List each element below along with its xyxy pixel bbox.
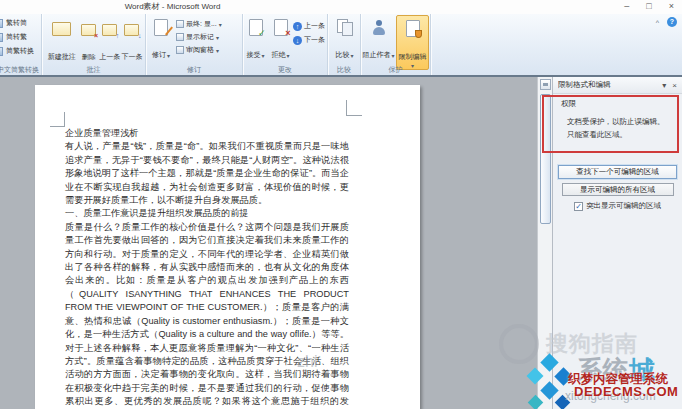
word-window: Word素材 - Microsoft Word – □ × 繁转简 简转繁 [0,0,682,409]
margin-crop-mark [346,100,347,116]
group-label: 修订 [146,65,242,75]
title-bar: Word素材 - Microsoft Word – □ × [0,0,682,14]
view-ruler-toggle-icon[interactable] [540,79,551,90]
new-comment-button[interactable]: 新建批注 [45,16,79,62]
group-label: 批注 [42,65,145,75]
margin-crop-mark [64,112,65,127]
delete-comment-icon: × [81,24,96,36]
track-changes-button[interactable]: 修订▾ [146,14,176,60]
chevron-down-icon: ▾ [286,52,289,59]
restrict-editing-button[interactable]: 限制编辑 ▾ [396,15,429,70]
display-review-icon [176,20,184,28]
margin-crop-mark [347,115,362,116]
reviewing-pane-dropdown[interactable]: 审阅窗格 ▾ [176,45,222,55]
help-button[interactable]: ? [667,17,677,27]
pane-menu-chevron-icon[interactable]: ▾ [662,81,666,90]
close-button[interactable]: × [669,0,674,13]
group-label: 保护 [361,65,430,75]
document-paragraph: 质量是什么？质量工作的核心价值是什么？这两个问题是我们开展质量工作首先要做出回答… [65,221,349,409]
ribbon-group-chinese-conversion: 繁转简 简转繁 简繁转换 中文简繁转换 [0,14,42,75]
chevron-down-icon: ▾ [167,52,170,59]
window-title: Word素材 - Microsoft Word [0,1,345,12]
pane-header: 限制格式和编辑 ▾ × [553,77,682,94]
chevron-down-icon: ▾ [350,52,353,59]
next-comment-icon: ↓ [124,24,139,36]
convert-icon [0,47,3,56]
block-authors-icon [372,20,386,36]
chevron-down-icon: ▾ [261,52,264,59]
document-paragraph: 有人说，产量是“钱”，质量是“命”。如果我们不重视质量而只是一味地追求产量，无异… [65,140,349,207]
next-change-button[interactable]: ↓ 下一条 [293,35,325,45]
show-markup-icon [176,33,184,41]
ribbon-group-comments: 新建批注 × 删除 ↑ 上一条 ↓ 下一条 批注 [42,14,146,75]
group-label: 中文简繁转换 [0,65,41,75]
simplified-to-trad-button[interactable]: 简转繁 [0,32,41,42]
group-label: 更改 [243,65,327,75]
restrict-editing-icon [406,20,420,37]
checkbox-checked-icon[interactable]: ✓ [574,202,583,211]
ribbon-group-tracking: 修订▾ 最终: 显... ▾ 显示标记 ▾ 审阅窗格 [146,14,243,75]
block-authors-button[interactable]: 阻止作者▾ [361,14,396,60]
simplified-trad-convert-button[interactable]: 简繁转换 [0,46,41,56]
next-change-icon: ↓ [293,36,302,45]
chevron-down-icon: ▾ [219,21,222,28]
new-comment-icon [52,22,71,36]
chevron-down-icon: ▾ [391,52,394,59]
show-all-editable-regions-button[interactable]: 显示可编辑的所有区域 [562,183,674,196]
trad-to-simplified-button[interactable]: 繁转简 [0,18,41,28]
previous-comment-button[interactable]: ↑ 上一条 [99,16,121,62]
reviewing-pane-icon [176,46,184,54]
collapse-ribbon-button[interactable]: ^ [656,19,659,26]
previous-change-button[interactable]: ↑ 上一条 [293,21,325,31]
ribbon-group-compare: 比较▾ 比较 [328,14,361,75]
previous-comment-icon: ↑ [102,24,117,36]
find-next-editable-region-button[interactable]: 查找下一个可编辑的区域 [558,165,677,179]
accept-icon: ✓ [249,19,263,36]
next-comment-button[interactable]: ↓ 下一条 [121,16,143,62]
delete-comment-button[interactable]: × 删除 [79,16,99,62]
previous-change-icon: ↑ [293,22,302,31]
track-changes-icon [154,19,168,36]
ribbon-group-protect: 阻止作者▾ 限制编辑 ▾ 保护 [361,14,431,75]
display-for-review-dropdown[interactable]: 最终: 显... ▾ [176,19,222,29]
minimize-button[interactable]: – [624,0,629,13]
pane-title: 限制格式和编辑 [558,80,656,90]
convert-icon [0,33,3,42]
document-heading: 一、质量工作意识是提升组织发展品质的前提 [65,207,349,220]
annotation-red-box [542,95,679,153]
margin-crop-mark [50,126,65,127]
document-page: 企业质量管理浅析 有人说，产量是“钱”，质量是“命”。如果我们不重视质量而只是一… [35,85,420,409]
page-watermark-fragment: zhi [297,353,317,371]
compare-button[interactable]: 比较▾ [328,14,361,60]
reject-change-button[interactable]: × 拒绝▾ [268,14,293,60]
show-markup-dropdown[interactable]: 显示标记 ▾ [176,32,222,42]
chevron-down-icon: ▾ [216,47,219,54]
compare-icon [337,19,353,36]
accept-change-button[interactable]: ✓ 接受▾ [243,14,268,60]
chevron-down-icon: ▾ [216,34,219,41]
ribbon-review-tab: 繁转简 简转繁 简繁转换 中文简繁转换 [0,14,682,77]
document-title-line: 企业质量管理浅析 [65,127,349,140]
pane-close-icon[interactable]: × [672,81,677,90]
reject-icon: × [274,19,288,36]
document-area: 企业质量管理浅析 有人说，产量是“钱”，质量是“命”。如果我们不重视质量而只是一… [0,77,552,409]
checkbox-label: 突出显示可编辑的区域 [586,201,661,211]
group-label: 比较 [328,65,360,75]
highlight-editable-regions-checkbox-row: ✓ 突出显示可编辑的区域 [574,201,661,211]
convert-icon [0,19,3,28]
restore-button[interactable]: □ [646,0,651,13]
ribbon-group-changes: ✓ 接受▾ × 拒绝▾ ↑ 上一条 ↓ 下一条 更 [243,14,328,75]
